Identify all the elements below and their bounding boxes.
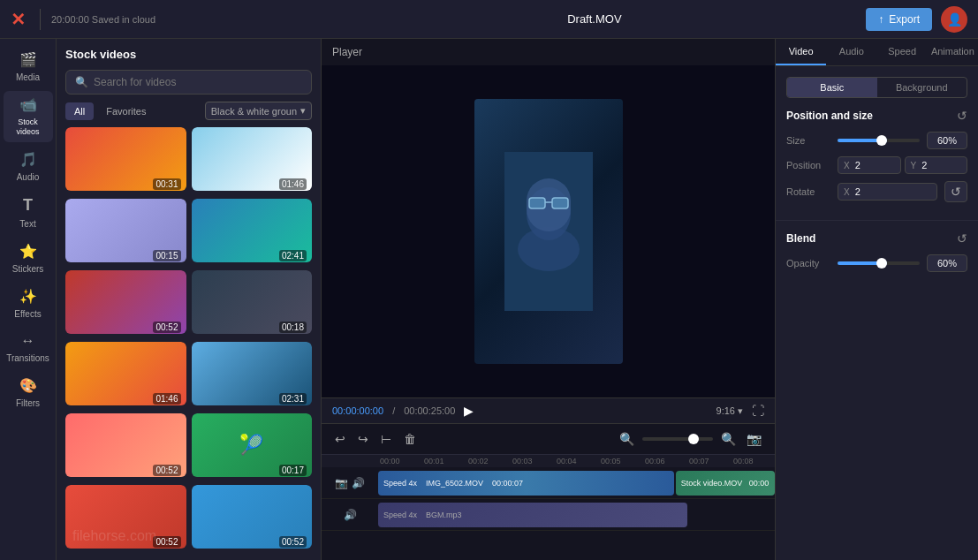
tab-animation[interactable]: Animation bbox=[928, 39, 978, 65]
opacity-label: Opacity bbox=[786, 258, 830, 269]
video-duration: 00:52 bbox=[153, 322, 180, 333]
video-preview bbox=[474, 99, 623, 364]
filter-dropdown-blackwhite[interactable]: Black & white groun ▾ bbox=[205, 102, 312, 120]
export-button[interactable]: ↑ Export bbox=[866, 8, 932, 31]
pos-x-value: 2 bbox=[855, 160, 860, 170]
stock-videos-icon: 📹 bbox=[19, 96, 37, 113]
player-label: Player bbox=[332, 46, 362, 58]
zoom-thumb bbox=[688, 434, 699, 444]
topbar-right: ↑ Export 👤 bbox=[866, 6, 967, 33]
sidebar-item-audio[interactable]: 🎵 Audio bbox=[4, 146, 53, 187]
size-value[interactable]: 60% bbox=[927, 132, 967, 149]
position-xy: X 2 Y 2 bbox=[838, 156, 967, 174]
sidebar-item-stock-videos[interactable]: 📹 Stock videos bbox=[4, 91, 53, 142]
zoom-out-button[interactable]: 🔍 bbox=[617, 429, 637, 449]
track-video-controls: 📷 🔊 bbox=[322, 477, 378, 489]
fullscreen-button[interactable]: ⛶ bbox=[752, 404, 764, 418]
video-duration: 00:52 bbox=[153, 536, 180, 548]
list-item[interactable]: 02:31 bbox=[192, 342, 313, 408]
player-canvas bbox=[322, 65, 775, 397]
undo-button[interactable]: ↩ bbox=[332, 429, 348, 449]
list-item[interactable]: 00:52 bbox=[65, 485, 186, 551]
play-button[interactable]: ▶ bbox=[464, 404, 474, 418]
split-button[interactable]: ⊢ bbox=[378, 429, 394, 449]
video-duration: 00:52 bbox=[153, 465, 180, 476]
track-audio-content[interactable]: Speed 4x BGM.mp3 bbox=[378, 499, 775, 530]
sidebar-label-transitions: Transitions bbox=[6, 353, 49, 363]
left-sidebar: 🎬 Media 📹 Stock videos 🎵 Audio T Text ⭐ … bbox=[0, 39, 57, 560]
track-video-content[interactable]: Speed 4x IMG_6502.MOV 00:00:07 Stock vid… bbox=[378, 467, 775, 498]
rotate-x-input[interactable]: X 2 bbox=[838, 183, 937, 201]
sidebar-item-transitions[interactable]: ↔ Transitions bbox=[4, 328, 53, 368]
ruler-mark: 00:08 bbox=[732, 457, 775, 465]
video-duration: 00:15 bbox=[153, 250, 180, 261]
player-area: Player bbox=[322, 39, 775, 423]
tab-basic[interactable]: Basic bbox=[787, 78, 877, 97]
video-clip-stock[interactable]: Stock video.MOV 00:00:18 bbox=[676, 471, 775, 496]
list-item[interactable]: 00:31 bbox=[65, 127, 186, 193]
timeline-ruler: 00:00 00:01 00:02 00:03 00:04 00:05 00:0… bbox=[322, 455, 775, 467]
size-slider[interactable] bbox=[838, 139, 920, 142]
video-clip-main[interactable]: Speed 4x IMG_6502.MOV 00:00:07 bbox=[378, 471, 674, 496]
list-item[interactable]: 00:52 bbox=[192, 485, 313, 551]
sidebar-label-filters: Filters bbox=[16, 398, 40, 408]
position-size-reset-icon[interactable]: ↺ bbox=[957, 109, 967, 123]
tab-background[interactable]: Background bbox=[877, 78, 967, 97]
basic-bg-tabs: Basic Background bbox=[786, 77, 967, 98]
sidebar-item-text[interactable]: T Text bbox=[4, 191, 53, 234]
list-item[interactable]: 00:18 bbox=[192, 270, 313, 337]
blend-reset-icon[interactable]: ↺ bbox=[957, 231, 967, 246]
transitions-icon: ↔ bbox=[21, 333, 35, 349]
tab-audio[interactable]: Audio bbox=[826, 39, 876, 65]
zoom-in-button[interactable]: 🔍 bbox=[718, 429, 739, 449]
clip-label-main: Speed 4x IMG_6502.MOV 00:00:07 bbox=[383, 479, 523, 488]
position-label: Position bbox=[786, 160, 830, 170]
camera-button[interactable]: 📷 bbox=[744, 429, 764, 449]
list-item[interactable]: 01:46 bbox=[65, 342, 186, 408]
delete-button[interactable]: 🗑 bbox=[401, 429, 419, 449]
video-grid: 00:31 01:46 00:15 02:41 00:52 00:18 bbox=[65, 127, 312, 551]
rotate-row: Rotate X 2 ↺ bbox=[786, 181, 967, 202]
sidebar-item-effects[interactable]: ✨ Effects bbox=[4, 283, 53, 324]
search-box: 🔍 bbox=[65, 70, 312, 95]
list-item[interactable]: 01:46 bbox=[192, 127, 313, 193]
sidebar-item-stickers[interactable]: ⭐ Stickers bbox=[4, 238, 53, 279]
redo-button[interactable]: ↪ bbox=[355, 429, 371, 449]
video-duration: 02:31 bbox=[279, 393, 307, 405]
clip-label-audio: Speed 4x BGM.mp3 bbox=[383, 511, 462, 519]
list-item[interactable]: 00:52 bbox=[65, 413, 186, 480]
search-input[interactable] bbox=[94, 76, 302, 88]
timecode-total: 00:00:25:00 bbox=[404, 405, 455, 416]
tab-speed[interactable]: Speed bbox=[877, 39, 928, 65]
filter-tab-favorites[interactable]: Favorites bbox=[97, 102, 155, 120]
pos-y-value: 2 bbox=[921, 160, 927, 170]
position-y-input[interactable]: Y 2 bbox=[905, 156, 968, 174]
opacity-value[interactable]: 60% bbox=[927, 254, 967, 272]
size-label: Size bbox=[786, 135, 830, 146]
rotate-x-label: X bbox=[844, 187, 850, 197]
sidebar-item-media[interactable]: 🎬 Media bbox=[4, 46, 53, 87]
avatar[interactable]: 👤 bbox=[941, 6, 967, 33]
app-logo: ✕ bbox=[11, 9, 26, 30]
track-audio-icon: 🔊 bbox=[344, 509, 357, 521]
video-duration: 00:52 bbox=[279, 536, 307, 548]
media-icon: 🎬 bbox=[19, 51, 37, 68]
audio-clip[interactable]: Speed 4x BGM.mp3 bbox=[378, 503, 687, 527]
list-item[interactable]: 🎾 00:17 bbox=[192, 413, 313, 480]
rotate-reset-button[interactable]: ↺ bbox=[944, 181, 967, 202]
video-duration: 00:17 bbox=[279, 465, 307, 476]
blend-title: Blend bbox=[786, 232, 815, 245]
aspect-ratio[interactable]: 9:16 ▾ bbox=[716, 405, 743, 417]
tab-video[interactable]: Video bbox=[776, 39, 826, 65]
list-item[interactable]: 00:52 bbox=[65, 270, 186, 337]
export-icon: ↑ bbox=[878, 13, 883, 26]
opacity-slider[interactable] bbox=[838, 261, 920, 265]
document-title: Draft.MOV bbox=[322, 12, 866, 26]
filter-tab-all[interactable]: All bbox=[65, 102, 94, 120]
sidebar-item-filters[interactable]: 🎨 Filters bbox=[4, 372, 53, 413]
table-row: 📷 🔊 Speed 4x IMG_6502.MOV 00:00:07 Stock… bbox=[322, 467, 775, 499]
position-x-input[interactable]: X 2 bbox=[838, 156, 901, 174]
list-item[interactable]: 02:41 bbox=[192, 199, 313, 265]
zoom-slider[interactable] bbox=[642, 437, 713, 441]
list-item[interactable]: 00:15 bbox=[65, 199, 186, 265]
